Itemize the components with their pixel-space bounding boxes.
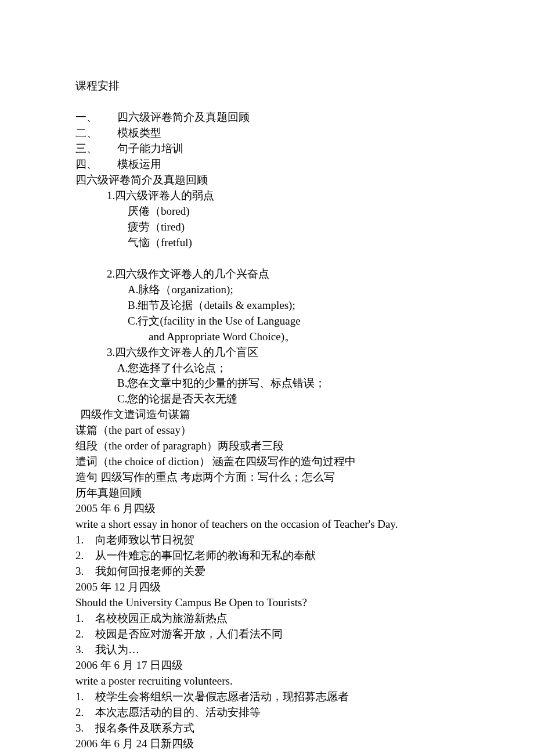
- list-num: 3.: [75, 721, 95, 736]
- point-heading: 3.四六级作文评卷人的几个盲区: [107, 345, 459, 361]
- list-item: 2.从一件难忘的事回忆老师的教诲和无私的奉献: [75, 548, 459, 564]
- list-item: 2.校园是否应对游客开放，人们看法不同: [75, 627, 459, 642]
- outline-text: 模板运用: [117, 157, 161, 172]
- list-item: 3.我认为…: [75, 642, 459, 658]
- point-item: B.细节及论据（details & examples);: [128, 298, 459, 314]
- point-item: A.您选择了什么论点；: [117, 361, 459, 376]
- outline-num: 四、: [75, 157, 117, 172]
- list-text: 报名条件及联系方式: [95, 721, 194, 736]
- exam-date: 2006 年 6 月 24 日新四级: [75, 736, 459, 752]
- point-item: 气恼（fretful): [128, 235, 459, 251]
- point-item: C.行文(facility in the Use of Language: [128, 314, 459, 329]
- list-num: 1.: [75, 611, 95, 627]
- page-title: 课程安排: [75, 78, 459, 94]
- body-line: 造句 四级写作的重点 考虑两个方面：写什么；怎么写: [75, 470, 459, 485]
- list-num: 2.: [75, 627, 95, 642]
- list-item: 3.报名条件及联系方式: [75, 721, 459, 736]
- exam-date: 2005 年 6 月四级: [75, 501, 459, 517]
- point-item: 疲劳（tired): [128, 219, 459, 235]
- outline-text: 句子能力培训: [117, 141, 183, 157]
- outline-text: 模板类型: [117, 125, 161, 141]
- outline-num: 三、: [75, 141, 117, 157]
- list-text: 校学生会将组织一次暑假志愿者活动，现招募志愿者: [95, 689, 349, 705]
- point-heading: 2.四六级作文评卷人的几个兴奋点: [107, 267, 459, 282]
- point-heading: 1.四六级评卷人的弱点: [107, 188, 459, 204]
- outline-item-3: 三、 句子能力培训: [75, 141, 459, 157]
- exam-prompt: write a poster recruiting volunteers.: [75, 674, 459, 689]
- outline-num: 二、: [75, 125, 117, 141]
- list-item: 1.校学生会将组织一次暑假志愿者活动，现招募志愿者: [75, 689, 459, 705]
- outline-text: 四六级评卷简介及真题回顾: [117, 110, 250, 125]
- spacer: [75, 251, 459, 267]
- point-item: C.您的论据是否天衣无缝: [117, 391, 459, 407]
- point-item: A.脉络（organization);: [128, 282, 459, 298]
- body-line: 谋篇（the part of essay）: [75, 423, 459, 438]
- section-heading: 历年真题回顾: [75, 485, 459, 501]
- list-text: 名校校园正成为旅游新热点: [95, 611, 228, 627]
- list-num: 1.: [75, 689, 95, 705]
- outline-num: 一、: [75, 110, 117, 125]
- list-text: 我认为…: [95, 642, 139, 658]
- section-heading: 四级作文遣词造句谋篇: [80, 407, 459, 423]
- point-item: B.您在文章中犯的少量的拼写、标点错误；: [117, 376, 459, 391]
- outline-item-2: 二、 模板类型: [75, 125, 459, 141]
- outline-item-4: 四、 模板运用: [75, 157, 459, 172]
- list-num: 3.: [75, 642, 95, 658]
- list-text: 向老师致以节日祝贺: [95, 532, 194, 548]
- list-item: 3.我如何回报老师的关爱: [75, 564, 459, 579]
- list-num: 2.: [75, 705, 95, 721]
- document-page: 课程安排 一、 四六级评卷简介及真题回顾 二、 模板类型 三、 句子能力培训 四…: [0, 0, 534, 756]
- body-line: 遣词（the choice of diction） 涵盖在四级写作的造句过程中: [75, 454, 459, 470]
- section-heading: 四六级评卷简介及真题回顾: [75, 172, 459, 188]
- exam-date: 2006 年 6 月 17 日四级: [75, 658, 459, 674]
- point-item-cont: and Appropriate Word Choice)。: [149, 329, 459, 345]
- list-text: 本次志愿活动的目的、活动安排等: [95, 705, 261, 721]
- list-num: 1.: [75, 532, 95, 548]
- exam-date: 2005 年 12 月四级: [75, 579, 459, 595]
- point-item: 厌倦（bored): [128, 204, 459, 219]
- list-item: 2.本次志愿活动的目的、活动安排等: [75, 705, 459, 721]
- exam-prompt: write a short essay in honor of teachers…: [75, 517, 459, 532]
- body-line: 组段（the order of paragraph）两段或者三段: [75, 438, 459, 454]
- list-item: 1.名校校园正成为旅游新热点: [75, 611, 459, 627]
- list-text: 我如何回报老师的关爱: [95, 564, 205, 579]
- list-num: 3.: [75, 564, 95, 579]
- exam-prompt: Should the University Campus Be Open to …: [75, 595, 459, 611]
- list-text: 从一件难忘的事回忆老师的教诲和无私的奉献: [95, 548, 316, 564]
- list-item: 1.向老师致以节日祝贺: [75, 532, 459, 548]
- outline-item-1: 一、 四六级评卷简介及真题回顾: [75, 110, 459, 125]
- list-num: 2.: [75, 548, 95, 564]
- list-text: 校园是否应对游客开放，人们看法不同: [95, 627, 283, 642]
